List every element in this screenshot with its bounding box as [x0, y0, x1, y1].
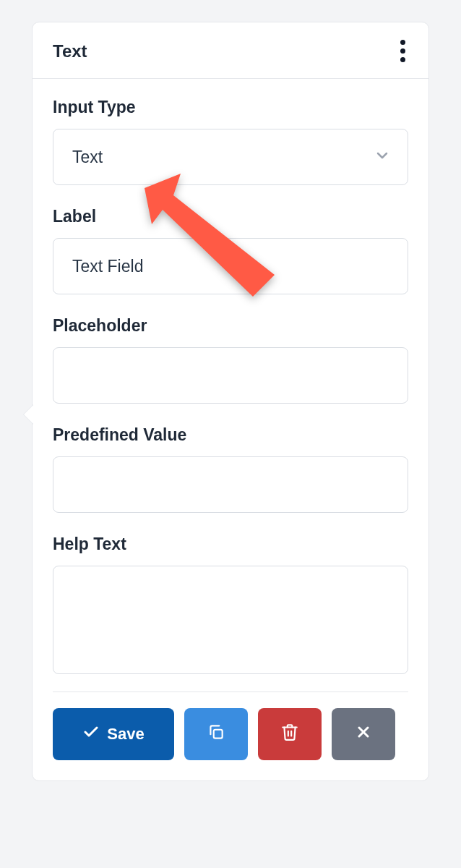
input-type-label: Input Type: [53, 98, 408, 117]
check-icon: [82, 723, 100, 745]
field-label: Label: [53, 207, 408, 294]
field-input-type: Input Type Text: [53, 98, 408, 185]
more-options-icon[interactable]: [397, 37, 408, 65]
close-icon: [355, 723, 372, 745]
label-input[interactable]: [53, 238, 408, 294]
field-help-text: Help Text: [53, 535, 408, 677]
card-title: Text: [53, 41, 87, 61]
card-body: Input Type Text Label Placeholder Predef…: [33, 79, 428, 692]
delete-button[interactable]: [258, 708, 322, 760]
predefined-value-input[interactable]: [53, 456, 408, 513]
card-header: Text: [33, 22, 428, 79]
placeholder-input[interactable]: [53, 347, 408, 404]
field-predefined-value: Predefined Value: [53, 425, 408, 513]
help-text-label: Help Text: [53, 535, 408, 554]
svg-rect-0: [214, 730, 223, 739]
save-button-label: Save: [107, 725, 144, 744]
input-type-select[interactable]: Text: [53, 129, 408, 185]
help-text-textarea[interactable]: [53, 566, 408, 674]
save-button[interactable]: Save: [53, 708, 174, 760]
settings-card: Text Input Type Text Label Placeholder: [32, 22, 429, 781]
field-placeholder: Placeholder: [53, 316, 408, 404]
close-button[interactable]: [332, 708, 395, 760]
trash-icon: [280, 723, 299, 746]
popover-notch: [24, 404, 34, 425]
copy-icon: [207, 723, 225, 746]
predefined-value-label: Predefined Value: [53, 425, 408, 445]
copy-button[interactable]: [184, 708, 248, 760]
card-footer: Save: [33, 692, 428, 780]
placeholder-label: Placeholder: [53, 316, 408, 336]
label-label: Label: [53, 207, 408, 226]
